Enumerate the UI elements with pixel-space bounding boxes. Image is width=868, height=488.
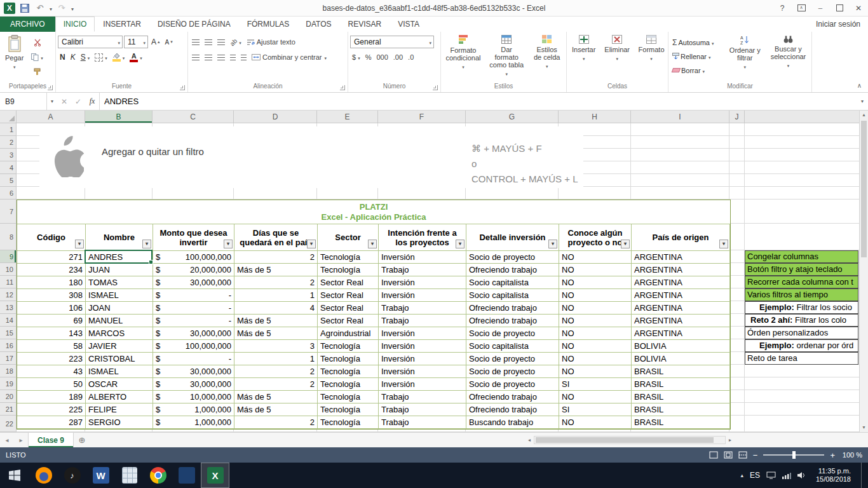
cell-F21[interactable]: Trabajo xyxy=(379,403,466,416)
cell-H12[interactable]: NO xyxy=(559,289,632,302)
cut-button[interactable] xyxy=(29,36,45,49)
cell-I18[interactable]: BRASIL xyxy=(632,365,730,378)
paste-button[interactable]: Pegar xyxy=(2,33,27,71)
row-header-20[interactable]: 20 xyxy=(0,390,16,403)
row-header-4[interactable]: 4 xyxy=(0,161,16,174)
cell-C19[interactable]: $30,000,000 xyxy=(153,378,234,391)
cell-C12[interactable]: $- xyxy=(153,289,234,302)
fill-button[interactable]: Rellenar xyxy=(670,50,723,62)
cell-I19[interactable]: BRASIL xyxy=(632,378,730,391)
filter-button-I[interactable] xyxy=(719,240,728,248)
cell-D18[interactable]: 2 xyxy=(234,365,318,378)
cells-area[interactable]: Agregar o quitar un filtro ⌘ + MAYÚS + F… xyxy=(17,123,859,432)
cell-styles-button[interactable]: Estilos de celda xyxy=(529,33,564,71)
column-header-D[interactable]: D xyxy=(234,111,317,123)
confirm-entry-button[interactable] xyxy=(71,97,85,106)
cell-F16[interactable]: Inversión xyxy=(379,340,466,353)
cell-I15[interactable]: ARGENTINA xyxy=(632,327,730,340)
row-header-21[interactable]: 21 xyxy=(0,403,16,416)
cell-G17[interactable]: Socio de proyecto xyxy=(466,353,559,365)
clock[interactable]: 11:35 p.m. 15/08/2018 xyxy=(816,467,851,484)
cell-H9[interactable]: NO xyxy=(559,251,632,264)
tab-fórmulas[interactable]: FÓRMULAS xyxy=(239,17,298,32)
align-right-button[interactable] xyxy=(215,51,227,64)
horizontal-scrollbar-thumb[interactable] xyxy=(536,437,714,443)
format-painter-button[interactable] xyxy=(29,65,45,78)
bold-button[interactable]: N xyxy=(58,51,67,64)
row-header-2[interactable]: 2 xyxy=(0,136,16,149)
cell-A22[interactable]: 287 xyxy=(17,416,86,429)
fill-color-button[interactable] xyxy=(111,51,127,64)
close-button[interactable] xyxy=(849,0,868,16)
cell-C18[interactable]: $30,000,000 xyxy=(153,365,234,378)
delete-cells-button[interactable]: Eliminar xyxy=(601,33,633,63)
tab-revisar[interactable]: REVISAR xyxy=(340,17,390,32)
cell-B21[interactable]: FELIPE xyxy=(86,403,153,416)
column-header-A[interactable]: A xyxy=(17,111,85,123)
copy-button[interactable] xyxy=(29,51,45,64)
percent-style-button[interactable]: % xyxy=(363,51,374,64)
minimize-button[interactable] xyxy=(811,0,830,16)
cell-B13[interactable]: JOAN xyxy=(86,302,153,315)
maximize-button[interactable] xyxy=(830,0,849,16)
cell-A18[interactable]: 43 xyxy=(17,365,86,378)
tab-vista[interactable]: VISTA xyxy=(390,17,428,32)
column-header-E[interactable]: E xyxy=(317,111,378,123)
cell-H19[interactable]: SI xyxy=(559,378,632,391)
cell-E10[interactable]: Tecnología xyxy=(318,264,379,276)
cell-F9[interactable]: Inversión xyxy=(379,251,466,264)
cell-F13[interactable]: Trabajo xyxy=(379,302,466,315)
cell-E12[interactable]: Sector Real xyxy=(318,289,379,302)
cell-E15[interactable]: Agroindustrial xyxy=(318,327,379,340)
cell-C15[interactable]: $30,000,000 xyxy=(153,327,234,340)
cell-H15[interactable]: NO xyxy=(559,327,632,340)
cell-D15[interactable]: Más de 5 xyxy=(234,327,318,340)
cell-H18[interactable]: NO xyxy=(559,365,632,378)
row-header-11[interactable]: 11 xyxy=(0,276,16,288)
cell-D20[interactable]: Más de 5 xyxy=(234,391,318,403)
undo-dropdown[interactable] xyxy=(50,4,52,13)
number-format-select[interactable]: General xyxy=(350,36,434,48)
cell-I21[interactable]: BRASIL xyxy=(632,403,730,416)
portapapeles-dialog-launcher[interactable] xyxy=(48,85,53,90)
row-header-19[interactable]: 19 xyxy=(0,377,16,390)
scroll-up-button[interactable] xyxy=(860,111,868,119)
cell-E14[interactable]: Sector Real xyxy=(318,315,379,327)
align-bottom-button[interactable] xyxy=(215,36,227,48)
filter-button-A[interactable] xyxy=(75,240,84,248)
cell-F14[interactable]: Trabajo xyxy=(379,315,466,327)
cell-H14[interactable]: NO xyxy=(559,315,632,327)
cell-B16[interactable]: JAVIER xyxy=(86,340,153,353)
cell-C21[interactable]: $1,000,000 xyxy=(153,403,234,416)
cell-A9[interactable]: 271 xyxy=(17,251,86,264)
cell-H20[interactable]: NO xyxy=(559,391,632,403)
cell-D13[interactable]: 4 xyxy=(234,302,318,315)
cell-D16[interactable]: 3 xyxy=(234,340,318,353)
cell-G15[interactable]: Socio de proyecto xyxy=(466,327,559,340)
cell-D14[interactable]: Más de 5 xyxy=(234,315,318,327)
tab-archivo[interactable]: ARCHIVO xyxy=(0,17,55,32)
cell-C10[interactable]: $20,000,000 xyxy=(153,264,234,276)
filter-button-E[interactable] xyxy=(368,240,377,248)
align-middle-button[interactable] xyxy=(203,36,214,48)
fuente-dialog-launcher[interactable] xyxy=(180,85,185,90)
cell-G12[interactable]: Socio capitalista xyxy=(466,289,559,302)
cell-A20[interactable]: 189 xyxy=(17,391,86,403)
firefox-icon[interactable] xyxy=(29,463,58,488)
cell-F11[interactable]: Inversión xyxy=(379,276,466,289)
cell-B12[interactable]: ISMAEL xyxy=(86,289,153,302)
row-header-7[interactable]: 7 xyxy=(0,200,16,224)
column-header-B[interactable]: B xyxy=(85,111,153,123)
zoom-slider-thumb[interactable] xyxy=(792,451,796,459)
comma-style-button[interactable]: 000 xyxy=(374,51,390,64)
cell-A21[interactable]: 225 xyxy=(17,403,86,416)
row-header-1[interactable]: 1 xyxy=(0,123,16,136)
volume-icon[interactable] xyxy=(797,471,806,479)
cell-B18[interactable]: ISMAEL xyxy=(86,365,153,378)
cell-F15[interactable]: Inversión xyxy=(379,327,466,340)
view-page-break-button[interactable] xyxy=(738,451,747,459)
cell-C9[interactable]: $100,000,000 xyxy=(153,251,234,264)
row-header-22[interactable]: 22 xyxy=(0,416,16,432)
cell-A17[interactable]: 223 xyxy=(17,353,86,365)
filter-button-H[interactable] xyxy=(621,240,630,248)
